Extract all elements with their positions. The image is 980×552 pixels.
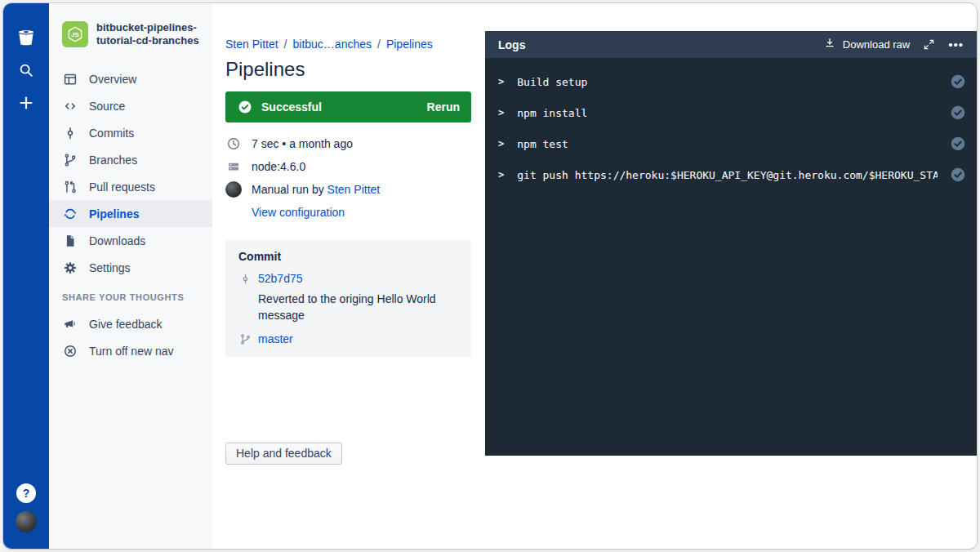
sidebar-item-downloads[interactable]: Downloads — [49, 227, 212, 254]
log-step-git-push[interactable]: > git push https://heroku:$HEROKU_API_KE… — [498, 159, 965, 190]
sidebar-footer-nav: Give feedback Turn off new nav — [49, 310, 212, 364]
status-banner: Successful Rerun — [225, 91, 471, 122]
help-icon[interactable]: ? — [16, 483, 36, 503]
sidebar-item-pull-requests[interactable]: Pull requests — [49, 173, 212, 200]
settings-gear-icon — [62, 260, 78, 276]
sidebar-item-source[interactable]: Source — [49, 92, 212, 119]
sidebar-item-label: Settings — [89, 261, 131, 274]
log-step-text: npm test — [517, 138, 938, 150]
commit-branch-row: master — [238, 330, 458, 348]
commit-hash-row: 52b7d75 — [238, 269, 458, 287]
log-step-build-setup[interactable]: > Build setup — [498, 66, 965, 97]
repo-name: bitbucket-pipelines- tutorial-cd-branche… — [96, 21, 199, 47]
breadcrumb-separator: / — [377, 36, 381, 52]
log-step-text: git push https://heroku:$HEROKU_API_KEY@… — [517, 169, 938, 181]
repo-avatar-label: JS — [71, 31, 79, 38]
chevron-right-icon: > — [498, 107, 504, 118]
pipeline-metadata: 7 sec • a month ago node:4.6.0 — [225, 132, 471, 224]
global-nav-rail: ? — [3, 3, 49, 549]
repo-sidebar: JS bitbucket-pipelines- tutorial-cd-bran… — [49, 3, 212, 549]
breadcrumb: Sten Pittet / bitbuc…anches / Pipelines — [225, 36, 471, 52]
branch-link[interactable]: master — [258, 332, 293, 345]
sidebar-item-turn-off-new-nav[interactable]: Turn off new nav — [49, 337, 212, 364]
run-info-text: Manual run by Sten Pittet — [252, 183, 380, 196]
megaphone-icon — [62, 316, 78, 332]
sidebar-item-label: Overview — [89, 73, 136, 86]
source-code-icon — [62, 98, 78, 114]
download-raw-label: Download raw — [843, 38, 910, 51]
download-icon — [823, 37, 836, 52]
sidebar-item-give-feedback[interactable]: Give feedback — [49, 310, 212, 337]
pipelines-icon — [62, 206, 78, 222]
log-step-text: npm install — [517, 107, 938, 119]
image-text: node:4.6.0 — [252, 160, 305, 173]
check-circle-icon — [237, 99, 253, 115]
sidebar-item-overview[interactable]: Overview — [49, 65, 212, 92]
sidebar-item-label: Turn off new nav — [89, 345, 174, 358]
rerun-button[interactable]: Rerun — [427, 100, 460, 114]
breadcrumb-repo-link[interactable]: bitbuc…anches — [292, 36, 372, 52]
search-icon[interactable] — [13, 57, 39, 83]
step-check-icon — [951, 167, 965, 182]
clock-icon — [225, 136, 242, 151]
breadcrumb-user-link[interactable]: Sten Pittet — [225, 36, 278, 52]
sidebar-item-label: Branches — [89, 154, 137, 167]
image-row: node:4.6.0 — [225, 155, 471, 178]
main-content: Sten Pittet / bitbuc…anches / Pipelines … — [212, 3, 977, 549]
more-options-icon[interactable]: ••• — [948, 38, 964, 51]
expand-icon[interactable] — [923, 38, 935, 51]
commit-message: Reverted to the origing Hello World mess… — [258, 291, 458, 323]
chevron-right-icon: > — [498, 169, 504, 180]
repo-avatar: JS — [62, 21, 88, 47]
run-user-avatar — [225, 181, 242, 198]
logs-title: Logs — [498, 38, 525, 51]
user-avatar[interactable] — [16, 511, 37, 532]
downloads-icon — [62, 233, 78, 249]
bitbucket-logo-icon[interactable] — [13, 24, 39, 51]
branches-icon — [62, 152, 78, 168]
circle-x-icon — [62, 343, 78, 359]
docker-image-icon — [225, 159, 242, 174]
chevron-right-icon: > — [498, 138, 504, 149]
log-step-npm-install[interactable]: > npm install — [498, 97, 965, 128]
pull-request-icon — [62, 179, 78, 195]
breadcrumb-pipelines-link[interactable]: Pipelines — [386, 36, 433, 52]
commit-card: Commit 52b7d75 Reverted to the origing H… — [225, 240, 471, 358]
app-window: ? JS bitbucket-pipelines- tutorial-cd-br… — [3, 3, 977, 549]
sidebar-item-label: Give feedback — [89, 318, 163, 331]
sidebar-item-label: Pipelines — [89, 207, 139, 220]
logs-body: > Build setup > npm install — [485, 58, 977, 456]
help-and-feedback-button[interactable]: Help and feedback — [225, 443, 342, 465]
repo-header[interactable]: JS bitbucket-pipelines- tutorial-cd-bran… — [49, 21, 212, 47]
logs-header: Logs Download raw — [485, 31, 977, 58]
commit-hash-link[interactable]: 52b7d75 — [258, 272, 303, 285]
sidebar-item-branches[interactable]: Branches — [49, 146, 212, 173]
commit-card-title: Commit — [238, 250, 458, 263]
run-user-link[interactable]: Sten Pittet — [327, 183, 381, 196]
sidebar-item-commits[interactable]: Commits — [49, 119, 212, 146]
log-step-npm-test[interactable]: > npm test — [498, 128, 965, 159]
step-check-icon — [951, 74, 965, 89]
commit-icon — [238, 273, 252, 285]
sidebar-item-pipelines[interactable]: Pipelines — [49, 200, 212, 227]
view-configuration-row: View configuration — [225, 201, 471, 224]
sidebar-item-settings[interactable]: Settings — [49, 254, 212, 281]
sidebar-item-label: Source — [89, 100, 125, 113]
repo-nav: Overview Source Commits — [49, 65, 212, 281]
sidebar-item-label: Pull requests — [89, 180, 155, 194]
step-check-icon — [951, 105, 965, 120]
log-step-text: Build setup — [517, 76, 938, 88]
duration-row: 7 sec • a month ago — [225, 132, 471, 155]
step-check-icon — [951, 136, 965, 151]
status-label: Successful — [261, 100, 322, 114]
page-title: Pipelines — [225, 57, 471, 82]
view-configuration-link[interactable]: View configuration — [252, 206, 345, 219]
sidebar-section-label: SHARE YOUR THOUGHTS — [62, 292, 199, 302]
branch-icon — [238, 333, 252, 345]
sidebar-item-label: Commits — [89, 127, 134, 140]
download-raw-button[interactable]: Download raw — [823, 37, 910, 52]
sidebar-item-label: Downloads — [89, 234, 145, 247]
create-plus-icon[interactable] — [13, 90, 39, 116]
duration-text: 7 sec • a month ago — [252, 137, 353, 150]
run-info-row: Manual run by Sten Pittet — [225, 178, 471, 201]
